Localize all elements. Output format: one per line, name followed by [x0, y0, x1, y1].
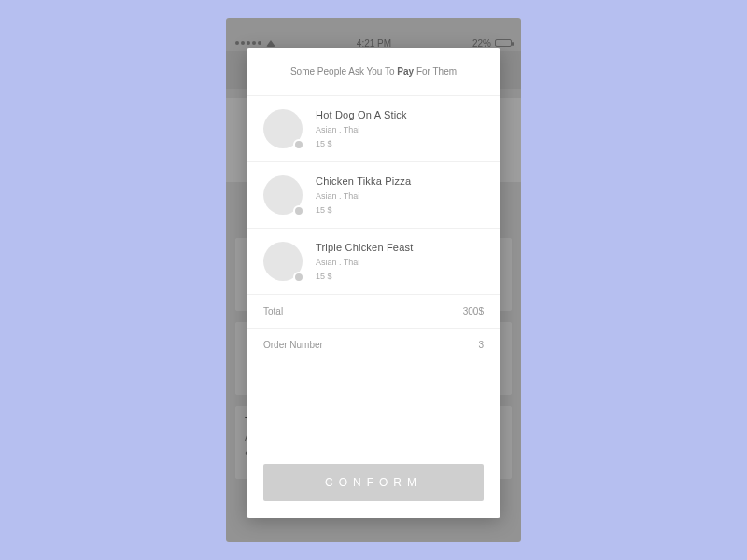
order-row: Order Number 3 — [247, 328, 500, 361]
total-label: Total — [263, 306, 283, 316]
total-value: 300$ — [463, 306, 484, 316]
total-row: Total 300$ — [247, 294, 500, 328]
status-right: 22% — [472, 38, 512, 49]
battery-percent: 22% — [472, 38, 491, 49]
item-name: Chicken Tikka Pizza — [316, 175, 411, 187]
modal-header: Some People Ask You To Pay For Them — [247, 48, 500, 95]
status-left — [235, 40, 275, 47]
item-name: Triple Chicken Feast — [316, 242, 413, 253]
item-sub: Asian . Thai — [316, 258, 413, 267]
status-dot-icon — [293, 139, 304, 150]
confirm-button[interactable]: CONFORM — [263, 464, 484, 501]
status-dot-icon — [293, 205, 304, 217]
item-price: 15 $ — [316, 205, 411, 215]
order-value: 3 — [478, 340, 484, 350]
avatar — [263, 242, 303, 281]
list-item[interactable]: Chicken Tikka Pizza Asian . Thai 15 $ — [247, 161, 500, 228]
confirm-wrap: CONFORM — [247, 451, 500, 518]
order-label: Order Number — [263, 340, 323, 350]
avatar — [263, 109, 303, 148]
list-item[interactable]: Triple Chicken Feast Asian . Thai 15 $ — [247, 228, 500, 294]
status-dot-icon — [293, 272, 304, 283]
item-price: 15 $ — [316, 272, 413, 281]
item-info: Triple Chicken Feast Asian . Thai 15 $ — [316, 242, 413, 281]
items-list: Hot Dog On A Stick Asian . Thai 15 $ Chi… — [247, 95, 500, 294]
header-post: For Them — [414, 66, 457, 77]
signal-dots-icon — [235, 41, 261, 45]
status-time: 4:21 PM — [357, 38, 391, 49]
battery-icon — [495, 39, 512, 47]
item-info: Hot Dog On A Stick Asian . Thai 15 $ — [316, 109, 407, 148]
item-sub: Asian . Thai — [316, 125, 407, 134]
item-info: Chicken Tikka Pizza Asian . Thai 15 $ — [316, 175, 411, 215]
header-bold: Pay — [397, 66, 414, 77]
header-pre: Some People Ask You To — [290, 66, 397, 77]
item-sub: Asian . Thai — [316, 191, 411, 201]
phone-frame: 4:21 PM 22% Trip Asian ● 41m · 66% on ti… — [226, 18, 521, 542]
list-item[interactable]: Hot Dog On A Stick Asian . Thai 15 $ — [247, 95, 500, 161]
wifi-icon — [266, 40, 275, 47]
avatar — [263, 175, 303, 215]
item-name: Hot Dog On A Stick — [316, 109, 407, 120]
payment-modal: Some People Ask You To Pay For Them Hot … — [247, 48, 500, 518]
item-price: 15 $ — [316, 139, 407, 148]
